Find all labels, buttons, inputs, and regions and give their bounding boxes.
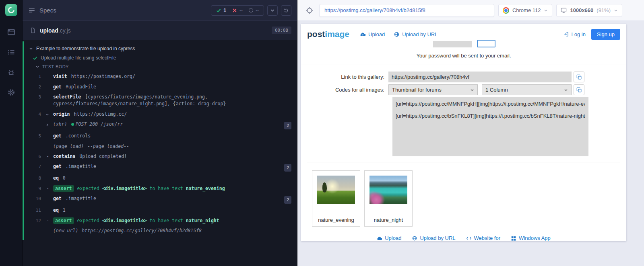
viewport-monitor-icon (561, 7, 567, 13)
command-number: 10 (23, 195, 41, 203)
command-row-event[interactable]: (xhr)POST 200 /json/rr 2 (23, 119, 297, 131)
code-type-select[interactable]: Thumbnail for forums (388, 84, 478, 95)
columns-select[interactable]: 1 Column (482, 84, 572, 95)
gallery-card[interactable]: nature_evening (312, 170, 360, 227)
command-row[interactable]: 8 eq0 (23, 173, 297, 184)
event-label: (xhr) (53, 121, 67, 127)
footer-upload-by-url-link[interactable]: Upload by URL (412, 235, 455, 241)
command-row-event[interactable]: (page load)--page loaded-- (23, 141, 297, 151)
login-icon (563, 31, 569, 37)
upload-link[interactable]: Upload (360, 31, 385, 37)
command-row[interactable]: 1 visithttps://postimages.org/ (23, 72, 297, 82)
postimage-logo[interactable]: postimage (307, 29, 349, 39)
command-number: 2 (23, 84, 41, 91)
command-number: 12 (23, 217, 41, 225)
spec-file-row[interactable]: upload .cy.js 00:08 (23, 21, 297, 40)
copy-link-button[interactable] (574, 72, 584, 82)
specs-nav-icon[interactable] (4, 25, 19, 39)
command-row[interactable]: 2 get#uploadFile (23, 82, 297, 92)
command-number: 11 (23, 207, 41, 214)
url-text: https://postimg.cc/gallery/708h4vf/b2d81… (324, 7, 425, 13)
partial-submit-button[interactable] (477, 40, 495, 47)
child-command-dash: - (46, 217, 49, 224)
command-count-badge: 2 (284, 196, 291, 204)
assert-message: expected (77, 218, 99, 223)
command-row-assert[interactable]: 12 -assertexpected <div.imagetitle> to h… (23, 216, 297, 226)
viewport-select[interactable]: 1000x660 (91%) (556, 4, 622, 17)
command-method: contains (53, 153, 75, 159)
chrome-icon (503, 7, 509, 14)
settings-nav-icon[interactable] (4, 85, 19, 100)
rerun-tests-button[interactable] (281, 5, 291, 16)
image-title: nature_night (365, 217, 412, 223)
copy-codes-button[interactable] (574, 84, 584, 95)
partial-email-input[interactable] (433, 41, 472, 47)
command-method: get (53, 84, 62, 90)
runs-nav-icon[interactable] (4, 45, 19, 59)
codes-textarea[interactable]: [url=https://postimg.cc/MMNFPgkH][img]ht… (392, 97, 588, 156)
command-row[interactable]: 11 eq1 (23, 205, 297, 216)
spec-file-icon (30, 27, 36, 33)
event-text: POST 200 /json/rr (76, 121, 123, 127)
cypress-reporter: Specs 1 -- -- (23, 0, 297, 266)
assert-element: <div.imagetitle> (102, 218, 147, 223)
command-method: eq (53, 175, 59, 181)
debug-nav-icon[interactable] (4, 65, 19, 80)
suite-title-row[interactable]: Example to demonstrate file upload in cy… (23, 44, 297, 53)
stat-pending: -- (249, 8, 259, 13)
command-method: get (53, 196, 62, 201)
xhr-dot-icon (71, 123, 74, 126)
specs-title[interactable]: Specs (28, 7, 56, 14)
command-row[interactable]: 10 get.imagetitle 2 (23, 194, 297, 205)
url-bar[interactable]: https://postimg.cc/gallery/708h4vf/b2d81… (319, 4, 494, 17)
command-method: eq (53, 207, 59, 213)
failed-icon (232, 8, 237, 13)
stat-failed: -- (232, 8, 243, 13)
code-line: [url=https://postimg.cc/MMNFPgkH][img]ht… (396, 101, 585, 107)
command-row[interactable]: 5 get.controls (23, 131, 297, 141)
chevron-down-icon (544, 8, 548, 12)
command-method: get (53, 164, 62, 169)
test-body-row[interactable]: TEST BODY (23, 62, 297, 72)
login-link[interactable]: Log in (563, 31, 585, 37)
command-row[interactable]: 4 originhttps://postimg.cc/ (23, 109, 297, 120)
gallery-link-label: Link to this gallery: (301, 74, 388, 80)
command-row-event[interactable]: (new url)https://postimg.cc/gallery/708h… (23, 226, 297, 236)
command-row[interactable]: 3 -selectFile[cypress/fixtures/images/na… (23, 92, 297, 109)
assert-message: to have text (150, 186, 183, 191)
chevron-down-icon (29, 47, 33, 51)
footer-upload-link[interactable]: Upload (377, 235, 401, 241)
chevron-down-icon (614, 8, 618, 12)
command-args: .imagetitle (66, 164, 96, 169)
nature-night-thumbnail (369, 176, 407, 204)
cypress-icon-sidebar (0, 0, 23, 266)
upload-by-url-link[interactable]: Upload by URL (394, 31, 438, 37)
header-right: Log in Sign up (563, 29, 620, 40)
command-row[interactable]: 6 -containsUpload completed! (23, 151, 297, 162)
cypress-logo[interactable] (5, 4, 17, 16)
chevron-down-icon (45, 113, 49, 117)
test-stats[interactable]: 1 -- -- (211, 5, 264, 16)
test-title: Upload multiple file using selectFile (41, 55, 116, 61)
collapse-tests-button[interactable] (267, 5, 278, 16)
footer-website-link[interactable]: Website for (466, 235, 501, 241)
command-row[interactable]: 7 get.imagetitle 2 (23, 162, 297, 173)
assert-message: expected (77, 186, 99, 191)
gallery-card[interactable]: nature_night (364, 170, 413, 227)
spec-duration: 00:08 (272, 27, 291, 34)
gallery-codes-form: Link to this gallery: https://postimg.cc… (301, 65, 626, 156)
app-under-test: postimage Upload Upload by URL Log in (301, 24, 626, 241)
test-title-row[interactable]: Upload multiple file using selectFile (23, 53, 297, 62)
command-args: .imagetitle (66, 196, 96, 201)
viewport-area: postimage Upload Upload by URL Log in (297, 21, 644, 266)
footer-windows-app-link[interactable]: Windows App (511, 235, 551, 241)
selector-playground-button[interactable] (304, 5, 315, 16)
gallery-link-input[interactable]: https://postimg.cc/gallery/708h4vf (388, 72, 572, 82)
signup-button[interactable]: Sign up (591, 29, 620, 40)
chevron-down-icon (564, 88, 568, 92)
browser-select[interactable]: Chrome 112 (498, 4, 553, 17)
refresh-icon (284, 8, 289, 13)
command-row-assert[interactable]: 9 -assertexpected <div.imagetitle> to ha… (23, 184, 297, 194)
command-args: 1 (63, 207, 66, 213)
windows-icon (511, 235, 516, 241)
